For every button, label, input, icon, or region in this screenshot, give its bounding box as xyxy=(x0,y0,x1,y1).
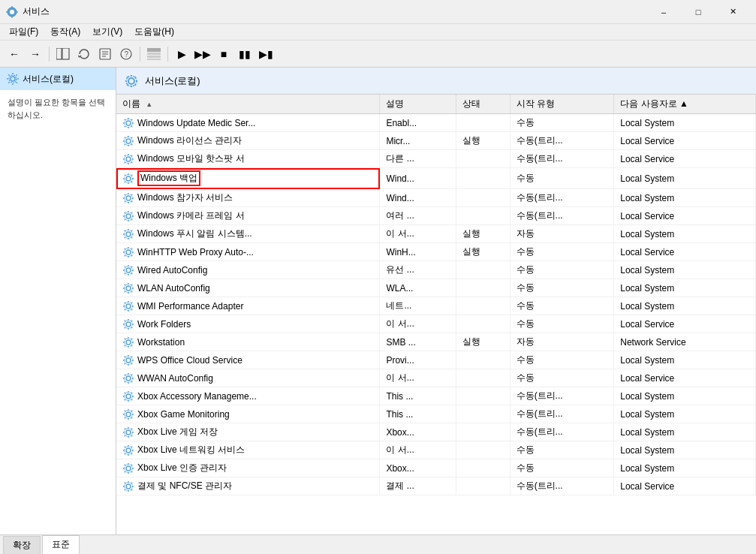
main-area: 서비스(로컬) 설명이 필요한 항목을 선택하십시오. 서비스(로컬) 이름 ▲… xyxy=(0,68,756,534)
service-name: WLAN AutoConfig xyxy=(137,283,210,294)
close-button[interactable]: ✕ xyxy=(715,0,750,24)
gear-icon-row xyxy=(122,390,134,402)
table-row[interactable]: Windows 푸시 알림 시스템...이 서...실행자동Local Syst… xyxy=(116,225,756,243)
service-name: 결제 및 NFC/SE 관리자 xyxy=(137,480,232,492)
refresh-button[interactable] xyxy=(74,44,94,64)
gear-icon-row xyxy=(122,210,134,222)
gear-icon-row xyxy=(122,153,134,165)
gear-icon-row xyxy=(122,282,134,294)
cell-status xyxy=(456,351,510,369)
cell-status xyxy=(456,369,510,387)
table-row[interactable]: WLAN AutoConfigWLA...수동Local System xyxy=(116,279,756,297)
menubar-item-1[interactable]: 동작(A) xyxy=(44,24,86,40)
toolbar-separator-3 xyxy=(167,47,168,62)
left-panel-item-local[interactable]: 서비스(로컬) xyxy=(0,68,116,90)
svg-point-32 xyxy=(126,214,131,218)
back-button[interactable]: ← xyxy=(5,44,24,64)
cell-status xyxy=(456,189,510,207)
col-starttype[interactable]: 시작 유형 xyxy=(510,95,614,114)
table-row[interactable]: Windows 카메라 프레임 서여러 ...수동(트리...Local Ser… xyxy=(116,207,756,225)
gear-icon-row xyxy=(122,336,134,348)
restart-button[interactable]: ▶▮ xyxy=(256,44,276,64)
svg-point-20 xyxy=(128,78,134,84)
table-row[interactable]: WMI Performance Adapter네트...수동Local Syst… xyxy=(116,297,756,315)
table-row[interactable]: WWAN AutoConfig이 서...수동Local Service xyxy=(116,369,756,387)
cell-name: Xbox Game Monitoring xyxy=(116,405,380,423)
table-row[interactable]: Xbox Live 인증 관리자Xbox...수동Local System xyxy=(116,459,756,477)
cell-desc: 이 서... xyxy=(380,369,456,387)
play-button[interactable]: ▶ xyxy=(172,44,191,64)
table-row[interactable]: Windows 모바일 핫스팟 서다른 ...수동(트리...Local Ser… xyxy=(116,150,756,168)
minimize-button[interactable]: – xyxy=(646,0,681,24)
svg-point-18 xyxy=(11,77,15,81)
col-status[interactable]: 상태 xyxy=(456,95,510,114)
menubar-item-3[interactable]: 도움말(H) xyxy=(128,24,180,40)
table-view-button[interactable] xyxy=(144,44,164,64)
svg-rect-6 xyxy=(56,48,62,59)
export-button[interactable] xyxy=(95,44,115,64)
cell-desc: 유선 ... xyxy=(380,261,456,279)
table-row[interactable]: Windows 참가자 서비스Wind...수동(트리...Local Syst… xyxy=(116,189,756,207)
maximize-button[interactable]: □ xyxy=(681,0,715,24)
service-name: Wired AutoConfig xyxy=(137,265,207,275)
cell-start: 수동(트리... xyxy=(510,207,614,225)
service-name: Xbox Live 네트워킹 서비스 xyxy=(137,444,245,456)
window-controls: – □ ✕ xyxy=(646,0,750,24)
svg-point-34 xyxy=(126,232,131,236)
cell-user: Local System xyxy=(614,441,756,459)
gear-icon-row xyxy=(122,462,134,474)
table-row[interactable]: Xbox Live 게임 저장Xbox...수동(트리...Local Syst… xyxy=(116,423,756,441)
cell-desc: 다른 ... xyxy=(380,150,456,168)
pause-button[interactable]: ▮▮ xyxy=(235,44,255,64)
gear-icon-row xyxy=(122,264,134,276)
help-button[interactable]: ? xyxy=(116,44,136,64)
table-row[interactable]: Work Folders이 서...수동Local Service xyxy=(116,315,756,333)
services-table-container[interactable]: 이름 ▲ 설명 상태 시작 유형 다음 사용자로 ▲ Windows Updat… xyxy=(116,95,756,534)
left-panel: 서비스(로컬) 설명이 필요한 항목을 선택하십시오. xyxy=(0,68,116,534)
play-next-button[interactable]: ▶▶ xyxy=(193,44,212,64)
table-row[interactable]: WPS Office Cloud ServiceProvi...수동Local … xyxy=(116,351,756,369)
menubar-item-0[interactable]: 파일(F) xyxy=(3,24,44,40)
cell-desc: 여러 ... xyxy=(380,207,456,225)
cell-status: 실행 xyxy=(456,225,510,243)
cell-name: WinHTTP Web Proxy Auto-... xyxy=(116,243,380,261)
cell-start: 수동(트리... xyxy=(510,477,614,495)
service-name: Windows 모바일 핫스팟 서 xyxy=(137,152,245,165)
cell-start: 수동 xyxy=(510,243,614,261)
table-row[interactable]: WinHTTP Web Proxy Auto-...WinH...실행수동Loc… xyxy=(116,243,756,261)
col-name[interactable]: 이름 ▲ xyxy=(116,95,380,114)
col-desc[interactable]: 설명 xyxy=(380,95,456,114)
forward-button[interactable]: → xyxy=(26,44,45,64)
table-row[interactable]: 결제 및 NFC/SE 관리자결제 ...수동(트리...Local Servi… xyxy=(116,477,756,495)
table-header-row: 이름 ▲ 설명 상태 시작 유형 다음 사용자로 ▲ xyxy=(116,95,756,114)
cell-desc: Micr... xyxy=(380,132,456,150)
cell-user: Local System xyxy=(614,423,756,441)
stop-button[interactable]: ■ xyxy=(214,44,233,64)
table-row[interactable]: Xbox Live 네트워킹 서비스이 서...수동Local System xyxy=(116,441,756,459)
show-hide-button[interactable] xyxy=(53,44,73,64)
cell-start: 수동(트리... xyxy=(510,405,614,423)
cell-status xyxy=(456,261,510,279)
col-user[interactable]: 다음 사용자로 ▲ xyxy=(614,95,756,114)
table-row[interactable]: Xbox Game MonitoringThis ...수동(트리...Loca… xyxy=(116,405,756,423)
gear-icon-row xyxy=(122,318,134,330)
service-name: Windows 라이선스 관리자 xyxy=(137,134,242,147)
table-row[interactable]: Windows 라이선스 관리자Micr...실행수동(트리...Local S… xyxy=(116,132,756,150)
table-row[interactable]: Xbox Accessory Manageme...This ...수동(트리.… xyxy=(116,387,756,405)
table-row[interactable]: WorkstationSMB ...실행자동Network Service xyxy=(116,333,756,351)
menubar: 파일(F)동작(A)보기(V)도움말(H) xyxy=(0,24,756,41)
tab-extended[interactable]: 확장 xyxy=(3,536,41,554)
cell-name: Windows 참가자 서비스 xyxy=(116,189,380,207)
cell-status xyxy=(456,207,510,225)
table-row[interactable]: Wired AutoConfig유선 ...수동Local System xyxy=(116,261,756,279)
menubar-item-2[interactable]: 보기(V) xyxy=(86,24,128,40)
gear-icon-left xyxy=(6,72,20,86)
table-row[interactable]: Windows Update Medic Ser...Enabl...수동Loc… xyxy=(116,114,756,132)
service-name: WPS Office Cloud Service xyxy=(137,355,242,366)
cell-user: Local Service xyxy=(614,150,756,168)
table-row[interactable]: Windows 백업Wind...수동Local System xyxy=(116,168,756,189)
tab-standard[interactable]: 표준 xyxy=(42,535,80,554)
gear-icon-row xyxy=(122,408,134,420)
cell-name: Windows 푸시 알림 시스템... xyxy=(116,225,380,243)
cell-desc: Wind... xyxy=(380,189,456,207)
